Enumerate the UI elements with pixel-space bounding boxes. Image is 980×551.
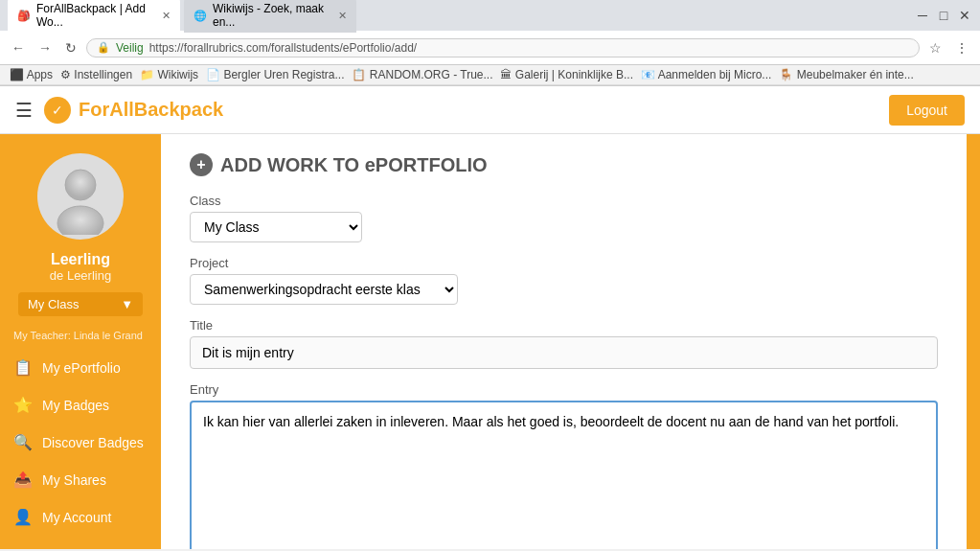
tab-label-active: ForAllBackpack | Add Wo...	[36, 2, 156, 29]
nav-items: 📋 My ePortfolio ⭐ My Badges 🔍 Discover B…	[0, 349, 161, 536]
nav-label-discover: Discover Badges	[42, 435, 144, 450]
brand-name: ForAllBackpack	[79, 99, 223, 121]
title-input[interactable]	[190, 336, 938, 369]
bookmark-bergler[interactable]: 📄 Bergler Uren Registra...	[206, 68, 344, 81]
app-body: Leerling de Leerling My Class ▼ My Teach…	[0, 134, 980, 549]
eportfolio-icon: 📋	[13, 358, 33, 377]
teacher-label: My Teacher: Linda le Grand	[0, 330, 143, 341]
url-bar[interactable]: 🔒 Veilig https://forallrubrics.com/foral…	[86, 38, 920, 57]
page-title: ADD WORK TO ePORTFOLIO	[220, 154, 488, 176]
svg-point-0	[65, 170, 96, 200]
security-icon: 🔒	[97, 41, 110, 54]
svg-point-1	[57, 206, 103, 235]
tab-inactive[interactable]: 🌐 Wikiwijs - Zoek, maak en... ✕	[184, 0, 356, 33]
avatar	[37, 153, 124, 240]
page-title-row: + ADD WORK TO ePORTFOLIO	[190, 153, 938, 176]
refresh-button[interactable]: ↻	[61, 38, 80, 57]
nav-item-badges[interactable]: ⭐ My Badges	[0, 386, 161, 424]
discover-icon: 🔍	[13, 433, 33, 451]
tab-close-inactive[interactable]: ✕	[338, 10, 347, 22]
brand-icon: ✓	[44, 97, 71, 124]
nav-label-shares: My Shares	[42, 472, 106, 488]
account-icon: 👤	[13, 508, 33, 526]
tab-label-inactive: Wikiwijs - Zoek, maak en...	[213, 2, 332, 29]
hamburger-menu[interactable]: ☰	[15, 99, 33, 122]
security-label: Veilig	[116, 41, 144, 55]
title-field-group: Title	[190, 318, 938, 369]
tab-favicon: 🎒	[17, 10, 31, 22]
nav-label-badges: My Badges	[42, 398, 109, 413]
bookmark-star[interactable]: ☆	[925, 38, 946, 57]
project-dropdown[interactable]: Samenwerkingsopdracht eerste klas	[190, 274, 458, 305]
title-bar: 🎒 ForAllBackpack | Add Wo... ✕ 🌐 Wikiwij…	[0, 0, 980, 31]
window-controls: ─ □ ✕	[915, 8, 972, 23]
maximize-button[interactable]: □	[936, 8, 951, 23]
bookmark-wikiwijs[interactable]: 📁 Wikiwijs	[140, 68, 198, 81]
browser-chrome: 🎒 ForAllBackpack | Add Wo... ✕ 🌐 Wikiwij…	[0, 0, 980, 86]
user-name: Leerling	[51, 251, 110, 268]
close-button[interactable]: ✕	[957, 8, 972, 23]
nav-item-shares[interactable]: 📤 My Shares	[0, 461, 161, 498]
class-field-group: Class My Class	[190, 194, 938, 242]
tab-close-active[interactable]: ✕	[162, 10, 171, 22]
nav-item-eportfolio[interactable]: 📋 My ePortfolio	[0, 349, 161, 386]
bookmark-instellingen[interactable]: ⚙ Instellingen	[60, 68, 132, 81]
bookmark-apps[interactable]: ⬛ Apps	[10, 68, 53, 81]
tab-favicon-2: 🌐	[194, 10, 207, 22]
entry-textarea[interactable]: Ik kan hier van allerlei zaken in inleve…	[190, 401, 938, 549]
back-button[interactable]: ←	[8, 38, 29, 57]
entry-field-group: Entry Ik kan hier van allerlei zaken in …	[190, 382, 938, 549]
class-selector[interactable]: My Class ▼	[18, 292, 143, 316]
extensions-button[interactable]: ⋮	[951, 38, 972, 57]
project-field-group: Project Samenwerkingsopdracht eerste kla…	[190, 256, 938, 305]
nav-label-account: My Account	[42, 510, 111, 525]
tab-active[interactable]: 🎒 ForAllBackpack | Add Wo... ✕	[8, 0, 180, 33]
project-field-label: Project	[190, 256, 938, 270]
sidebar: Leerling de Leerling My Class ▼ My Teach…	[0, 134, 161, 549]
class-selector-label: My Class	[28, 297, 79, 311]
nav-item-account[interactable]: 👤 My Account	[0, 498, 161, 536]
badges-icon: ⭐	[13, 396, 33, 414]
bookmark-aanmelden[interactable]: 📧 Aanmelden bij Micro...	[641, 68, 771, 81]
app-header: ☰ ✓ ForAllBackpack Logout	[0, 86, 980, 134]
brand: ✓ ForAllBackpack	[44, 97, 223, 124]
nav-item-discover[interactable]: 🔍 Discover Badges	[0, 424, 161, 461]
bookmark-random[interactable]: 📋 RANDOM.ORG - True...	[352, 68, 492, 81]
logout-button[interactable]: Logout	[889, 95, 965, 126]
main-content: + ADD WORK TO ePORTFOLIO Class My Class …	[161, 134, 967, 549]
right-accent	[967, 134, 980, 549]
bookmark-meubelmaker[interactable]: 🪑 Meubelmaker én inte...	[779, 68, 913, 81]
forward-button[interactable]: →	[34, 38, 56, 57]
title-field-label: Title	[190, 318, 938, 333]
class-dropdown[interactable]: My Class	[190, 212, 362, 242]
bookmark-galerij[interactable]: 🏛 Galerij | Koninklijke B...	[500, 68, 633, 81]
bookmarks-bar: ⬛ Apps ⚙ Instellingen 📁 Wikiwijs 📄 Bergl…	[0, 65, 980, 85]
user-sub: de Leerling	[50, 268, 111, 283]
minimize-button[interactable]: ─	[915, 8, 930, 23]
class-selector-arrow: ▼	[121, 297, 133, 311]
class-field-label: Class	[190, 194, 938, 208]
address-bar: ← → ↻ 🔒 Veilig https://forallrubrics.com…	[0, 31, 980, 65]
shares-icon: 📤	[13, 471, 33, 489]
entry-field-label: Entry	[190, 382, 938, 397]
nav-label-eportfolio: My ePortfolio	[42, 360, 121, 376]
add-icon: +	[190, 153, 213, 176]
url-text: https://forallrubrics.com/forallstudents…	[149, 41, 909, 55]
